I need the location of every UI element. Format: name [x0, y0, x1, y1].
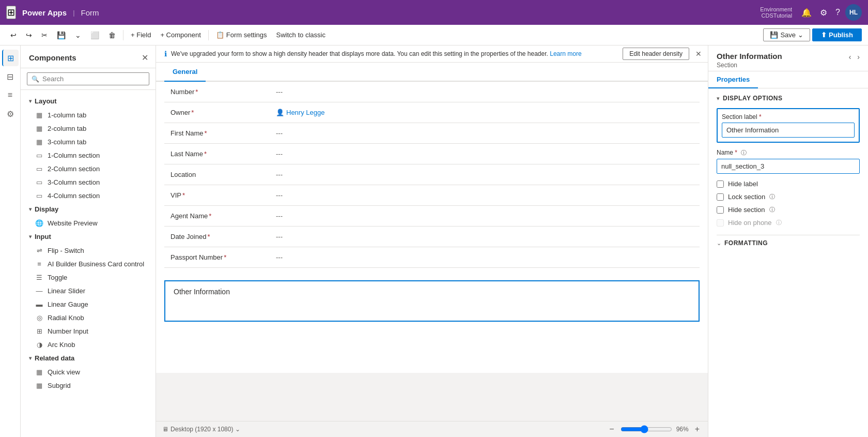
edit-density-button[interactable]: Edit header density [623, 48, 689, 60]
save-label: Save [780, 31, 796, 39]
name-field-label: Name * ⓘ [717, 149, 860, 157]
component-linear-slider[interactable]: — Linear Slider [21, 284, 156, 297]
save-chevron-icon: ⌄ [798, 31, 803, 39]
save-toolbar-icon: 💾 [57, 31, 66, 39]
name-input[interactable] [717, 159, 860, 174]
layout-toggle-icon: ▾ [29, 98, 32, 104]
component-radial-knob[interactable]: ◎ Radial Knob [21, 311, 156, 324]
component-3-column-tab[interactable]: ▦ 3-column tab [21, 135, 156, 148]
hide-section-checkbox[interactable] [717, 206, 724, 214]
component-toggle[interactable]: ☰ Toggle [21, 270, 156, 284]
trash-icon: 🗑 [109, 31, 116, 39]
settings-button[interactable]: ⚙ [817, 6, 830, 20]
notifications-button[interactable]: 🔔 [798, 6, 815, 20]
sidebar-icon-data[interactable]: ≡ [2, 87, 19, 103]
display-options-toggle-icon: ▾ [717, 95, 720, 102]
lock-section-checkbox-label: Lock section [728, 193, 765, 201]
hide-on-phone-checkbox[interactable] [717, 219, 724, 227]
display-section-header[interactable]: ▾ Display [21, 202, 156, 216]
sidebar-icon-views[interactable]: ⊟ [2, 68, 19, 85]
help-button[interactable]: ? [832, 6, 843, 19]
layout-section-header[interactable]: ▾ Layout [21, 94, 156, 108]
zoom-slider[interactable] [621, 425, 672, 433]
component-1-column-tab[interactable]: ▦ 1-column tab [21, 108, 156, 122]
sidebar-icon-components[interactable]: ⊞ [2, 50, 19, 66]
save-toolbar-button[interactable]: 💾 [53, 29, 70, 41]
component-3-column-section[interactable]: ▭ 3-Column section [21, 175, 156, 189]
component-arc-knob[interactable]: ◑ Arc Knob [21, 338, 156, 351]
field-label-passport: Passport Number* [164, 253, 268, 261]
canvas-area: ℹ We've upgraded your form to show a hig… [156, 46, 708, 437]
section-label-input[interactable] [722, 123, 855, 138]
formatting-header[interactable]: ⌄ Formatting [717, 235, 860, 251]
3-column-section-label: 3-Column section [48, 178, 100, 186]
left-panel-close-button[interactable]: ✕ [141, 52, 149, 64]
nav-forward-button[interactable]: › [855, 52, 862, 62]
field-value-owner[interactable]: 👤 Henry Legge [268, 109, 700, 116]
lock-section-info-icon[interactable]: ⓘ [769, 193, 775, 201]
canvas-scroll[interactable]: General Number* --- Owner* [156, 63, 708, 421]
component-website-preview[interactable]: 🌐 Website Preview [21, 216, 156, 230]
desktop-selector[interactable]: 🖥 Desktop (1920 x 1080) ⌄ [162, 426, 240, 433]
component-2-column-section[interactable]: ▭ 2-Column section [21, 162, 156, 175]
component-linear-gauge[interactable]: ▬ Linear Gauge [21, 297, 156, 311]
2-column-tab-label: 2-column tab [48, 125, 86, 132]
chevron-down-icon: ⌄ [75, 31, 81, 39]
3-column-section-icon: ▭ [35, 178, 43, 186]
lock-section-checkbox-group: Lock section ⓘ [717, 193, 860, 201]
form-settings-button[interactable]: 📋 Form settings [212, 29, 271, 41]
component-2-column-tab[interactable]: ▦ 2-column tab [21, 122, 156, 135]
component-1-column-section[interactable]: ▭ 1-Column section [21, 148, 156, 162]
cut-button[interactable]: ✂ [37, 29, 52, 41]
search-input[interactable] [42, 75, 145, 83]
save-button[interactable]: 💾 Save ⌄ [763, 28, 810, 41]
number-input-icon: ⊞ [35, 327, 43, 335]
component-quick-view[interactable]: ▦ Quick view [21, 365, 156, 379]
selected-section[interactable]: Other Information [164, 280, 700, 322]
hide-label-checkbox[interactable] [717, 180, 724, 188]
publish-button[interactable]: ⬆ Publish [812, 28, 862, 41]
add-component-button[interactable]: + Component [156, 29, 205, 41]
related-data-section-header[interactable]: ▾ Related data [21, 351, 156, 365]
chevron-down-button[interactable]: ⌄ [71, 29, 85, 41]
switch-classic-button[interactable]: Switch to classic [272, 29, 330, 41]
component-ai-builder[interactable]: ≡ AI Builder Business Card control [21, 257, 156, 270]
info-banner-close-button[interactable]: ✕ [695, 50, 702, 58]
info-banner-text: We've upgraded your form to show a high … [171, 50, 700, 57]
component-number-input[interactable]: ⊞ Number Input [21, 324, 156, 338]
restore-button[interactable]: ⬜ [86, 29, 103, 41]
tab-general[interactable]: General [164, 63, 206, 82]
component-flip-switch[interactable]: ⇌ Flip - Switch [21, 244, 156, 257]
display-options-header[interactable]: ▾ Display options [717, 95, 860, 102]
sidebar-icon-settings[interactable]: ⚙ [2, 106, 19, 122]
redo-button[interactable]: ↪ [22, 29, 36, 41]
component-subgrid[interactable]: ▦ Subgrid [21, 379, 156, 392]
avatar[interactable]: HL [845, 4, 862, 21]
formatting-title: Formatting [724, 239, 768, 247]
nav-back-button[interactable]: ‹ [847, 52, 854, 62]
add-field-button[interactable]: + Field [127, 29, 155, 41]
hide-section-checkbox-label: Hide section [728, 206, 765, 214]
formatting-toggle-icon: ⌄ [717, 240, 721, 247]
zoom-in-button[interactable]: + [693, 424, 702, 435]
field-value-number: --- [268, 88, 700, 96]
learn-more-link[interactable]: Learn more [550, 50, 581, 57]
search-icon: 🔍 [32, 76, 39, 83]
input-section-header[interactable]: ▾ Input [21, 230, 156, 244]
display-section-label: Display [35, 205, 58, 213]
undo-button[interactable]: ↩ [6, 29, 21, 41]
1-column-tab-icon: ▦ [35, 111, 43, 119]
field-label-number: Number* [164, 88, 268, 96]
tab-properties[interactable]: Properties [708, 71, 758, 88]
name-info-icon[interactable]: ⓘ [741, 149, 747, 156]
trash-button[interactable]: 🗑 [104, 29, 120, 41]
table-row: Number* --- [164, 82, 700, 102]
waffle-icon[interactable]: ⊞ [6, 6, 16, 19]
zoom-out-button[interactable]: − [607, 424, 616, 435]
hide-section-info-icon[interactable]: ⓘ [769, 206, 775, 214]
component-4-column-section[interactable]: ▭ 4-Column section [21, 189, 156, 202]
cut-icon: ✂ [41, 31, 48, 39]
field-value-location: --- [268, 171, 700, 178]
lock-section-checkbox[interactable] [717, 193, 724, 201]
left-panel: Components ✕ 🔍 ▾ Layout ▦ 1-column tab ▦… [21, 46, 156, 437]
